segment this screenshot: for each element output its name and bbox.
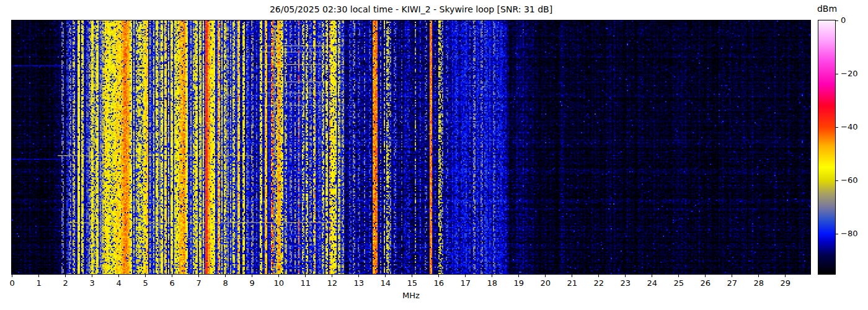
x-tick-label: 2 <box>55 278 76 288</box>
colorbar-tick-mark <box>835 180 838 181</box>
waterfall-heatmap <box>12 20 810 274</box>
x-tick-mark <box>492 274 492 277</box>
x-tick-label: 15 <box>402 278 423 288</box>
colorbar-tick-mark <box>835 127 838 128</box>
x-tick-mark <box>625 274 626 277</box>
x-tick-label: 21 <box>562 278 583 288</box>
x-tick-label: 26 <box>695 278 716 288</box>
x-tick-mark <box>412 274 412 277</box>
x-tick-mark <box>465 274 466 277</box>
colorbar-tick-label: −40 <box>841 122 868 131</box>
colorbar-tick-mark <box>835 234 838 234</box>
x-tick-mark <box>438 274 439 277</box>
x-tick-label: 18 <box>482 278 503 288</box>
x-tick-mark <box>518 274 519 277</box>
colorbar-tick-label: −80 <box>841 229 868 238</box>
x-tick-label: 1 <box>29 278 50 288</box>
x-tick-label: 16 <box>428 278 450 288</box>
x-axis-label: MHz <box>380 291 442 300</box>
x-tick-mark <box>545 274 546 277</box>
x-tick-label: 27 <box>722 278 743 288</box>
x-tick-mark <box>385 274 386 277</box>
x-tick-label: 7 <box>188 278 210 288</box>
x-tick-mark <box>12 274 12 277</box>
x-tick-label: 24 <box>642 278 663 288</box>
x-tick-mark <box>598 274 599 277</box>
x-tick-mark <box>145 274 146 277</box>
x-tick-mark <box>358 274 359 277</box>
x-tick-label: 28 <box>748 278 769 288</box>
x-tick-mark <box>678 274 679 277</box>
x-tick-label: 25 <box>668 278 689 288</box>
colorbar-tick-label: −20 <box>841 69 868 78</box>
colorbar-gradient <box>818 20 835 274</box>
x-tick-mark <box>118 274 119 277</box>
x-tick-mark <box>758 274 759 277</box>
x-tick-label: 19 <box>508 278 529 288</box>
x-tick-label: 6 <box>162 278 183 288</box>
x-tick-mark <box>65 274 66 277</box>
x-tick-mark <box>732 274 732 277</box>
x-tick-label: 11 <box>295 278 316 288</box>
waterfall-plot <box>11 20 811 275</box>
x-tick-mark <box>38 274 39 277</box>
x-tick-label: 13 <box>348 278 370 288</box>
x-tick-label: 14 <box>375 278 396 288</box>
x-tick-mark <box>785 274 786 277</box>
colorbar-tick-mark <box>835 20 838 21</box>
chart-title: 26/05/2025 02:30 local time - KIWI_2 - S… <box>11 4 811 14</box>
x-tick-label: 17 <box>455 278 476 288</box>
colorbar-tick-label: 0 <box>841 16 868 25</box>
x-tick-mark <box>305 274 306 277</box>
x-tick-label: 5 <box>135 278 156 288</box>
x-tick-label: 3 <box>82 278 103 288</box>
x-tick-mark <box>92 274 92 277</box>
x-tick-mark <box>252 274 252 277</box>
x-tick-mark <box>172 274 172 277</box>
x-tick-mark <box>278 274 279 277</box>
colorbar-tick-label: −60 <box>841 175 868 185</box>
x-tick-mark <box>198 274 199 277</box>
x-tick-label: 0 <box>2 278 23 288</box>
x-tick-label: 20 <box>535 278 556 288</box>
x-tick-mark <box>572 274 572 277</box>
x-tick-label: 8 <box>215 278 236 288</box>
x-tick-mark <box>225 274 226 277</box>
x-tick-label: 29 <box>775 278 796 288</box>
x-tick-label: 23 <box>615 278 636 288</box>
x-tick-mark <box>652 274 652 277</box>
spectrogram-figure: 26/05/2025 02:30 local time - KIWI_2 - S… <box>0 0 868 310</box>
x-tick-label: 22 <box>588 278 609 288</box>
x-tick-label: 4 <box>108 278 130 288</box>
x-tick-mark <box>332 274 332 277</box>
x-tick-label: 9 <box>242 278 263 288</box>
x-tick-label: 10 <box>268 278 290 288</box>
colorbar <box>818 20 836 275</box>
x-tick-label: 12 <box>322 278 343 288</box>
colorbar-unit-label: dBm <box>808 4 846 14</box>
x-tick-mark <box>705 274 706 277</box>
colorbar-tick-mark <box>835 74 838 74</box>
